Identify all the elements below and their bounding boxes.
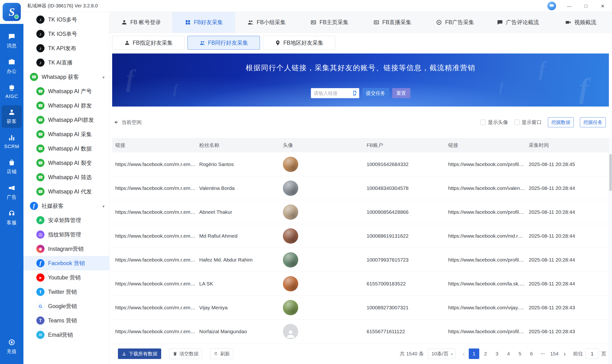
checkbox-icon[interactable]	[480, 120, 486, 125]
fan-name-cell: Norfaizal Mangundao	[196, 329, 280, 334]
scrollbar-thumb[interactable]	[609, 154, 612, 191]
sidebar-item[interactable]: 安卓矩阵管理	[23, 213, 109, 227]
sidebar-item[interactable]: TK IOS单号	[23, 27, 109, 41]
pagination: 1 2 3 4 5 6	[460, 349, 569, 359]
show-window-checkbox[interactable]: 显示窗口	[514, 119, 542, 126]
page-button[interactable]: 1	[469, 349, 479, 359]
rail-item[interactable]: SCRM	[2, 131, 22, 152]
refresh-button[interactable]: 刷新	[210, 349, 233, 359]
page-button[interactable]: 6	[526, 349, 537, 359]
close-button[interactable]	[599, 3, 606, 9]
goto-page: 前往 页	[573, 349, 606, 359]
download-all-button[interactable]: 下载所有数据	[118, 349, 161, 359]
paste-icon[interactable]	[352, 90, 357, 96]
sidebar-item[interactable]: Instagram营销	[23, 242, 109, 256]
tab[interactable]: FB直播采集	[361, 12, 424, 33]
user-avatar[interactable]	[547, 2, 556, 10]
sidebar-item[interactable]: Google营销	[23, 299, 109, 313]
rail-item[interactable]: 办公	[2, 55, 22, 78]
table-row[interactable]: https://www.facebook.com/m.r.emo... Vale…	[112, 176, 609, 200]
table-row[interactable]: https://www.facebook.com/m.r.emo... Vija…	[112, 296, 609, 320]
scrollbar[interactable]	[609, 138, 612, 364]
sidebar-item[interactable]: 社媒获客	[23, 199, 109, 213]
sidebar-item[interactable]: TK API发布	[23, 41, 109, 55]
chevron-down-icon	[451, 351, 453, 357]
sidebar-item[interactable]: Twitter 营销	[23, 285, 109, 299]
tab[interactable]: FB好友采集	[172, 12, 235, 33]
sidebar-item[interactable]: Whatsapp AI 数据	[23, 141, 109, 156]
page-button[interactable]: 5	[515, 349, 525, 359]
sidebar-item[interactable]: Whatsapp AI 裂变	[23, 156, 109, 170]
tab[interactable]: FB主页采集	[298, 12, 361, 33]
sidebar-item[interactable]: Whatsapp AI 采集	[23, 127, 109, 141]
submit-task-button[interactable]: 提交任务	[362, 88, 389, 98]
fb-account-cell: 100088619131622	[363, 233, 445, 239]
banner: 根据同行个人链接，采集其好友的账号、链接等信息，截流精准营销 提交任务 重置	[112, 53, 609, 106]
prev-page-button[interactable]	[460, 350, 468, 357]
column-header: FB账户	[363, 142, 445, 149]
sidebar-item[interactable]: TK IOS多号	[23, 13, 109, 27]
tiktok-icon	[36, 44, 44, 52]
table-row[interactable]: https://www.facebook.com/m.r.emo... Rogé…	[112, 152, 609, 176]
maximize-button[interactable]	[582, 3, 589, 9]
tab[interactable]: FB小组采集	[235, 12, 298, 33]
mine-task-button[interactable]: 挖掘任务	[580, 117, 606, 127]
sidebar-item[interactable]: Whatsapp AI 产号	[23, 84, 109, 98]
rail-item[interactable]: 充值	[2, 335, 22, 358]
sidebar-item[interactable]: Email营销	[23, 328, 109, 342]
sidebar-item[interactable]: Whatsapp AI 筛选	[23, 170, 109, 184]
rail-item[interactable]: 客服	[2, 207, 22, 229]
subtab[interactable]: FB指定好友采集	[112, 36, 185, 50]
sidebar-item[interactable]: Whatsapp AI 群发	[23, 98, 109, 113]
sidebar-item[interactable]: Whatsapp 获客	[23, 70, 109, 84]
tab[interactable]: 广告评论截流	[487, 12, 549, 33]
checkbox-icon[interactable]	[514, 120, 519, 125]
page-button[interactable]: •••	[538, 349, 548, 359]
table-row[interactable]: https://www.facebook.com/m.r.emo... Norf…	[112, 320, 609, 343]
avatar-cell	[280, 228, 363, 244]
table-row[interactable]: https://www.facebook.com/m.r.emo... LA S…	[112, 272, 609, 296]
table-row[interactable]: https://www.facebook.com/m.r.emo... Abne…	[112, 200, 609, 224]
collect-time-cell: 2025-08-11 20:28:43	[526, 329, 609, 334]
sidebar: TK IOS多号 TK IOS单号 TK API发布	[23, 12, 110, 364]
sidebar-item[interactable]: Youtube 营销	[23, 270, 109, 285]
reset-button[interactable]: 重置	[392, 88, 410, 98]
column-header: 链接	[445, 142, 526, 149]
page-button[interactable]: 2	[480, 349, 491, 359]
subtab[interactable]: FB同行好友采集	[187, 36, 260, 50]
minimize-button[interactable]	[566, 3, 573, 9]
fan-avatar	[283, 300, 298, 315]
subtab[interactable]: FB地区好友采集	[263, 36, 335, 50]
titlebar: 私域神器 (ID-386176) Ver 3.2.8.0	[23, 0, 612, 12]
page-button[interactable]: 154	[549, 349, 560, 359]
mine-data-button[interactable]: 挖掘数据	[548, 117, 574, 127]
tab[interactable]: FB 帐号登录	[110, 12, 172, 33]
sidebar-item[interactable]: Teams 营销	[23, 313, 109, 328]
tab[interactable]: 视频截流	[549, 12, 612, 33]
service-icon	[8, 210, 15, 217]
collect-time-cell: 2025-08-11 20:28:44	[526, 257, 609, 263]
page-size-select[interactable]: 10条/页	[428, 349, 455, 359]
page-button[interactable]: 3	[492, 349, 502, 359]
next-page-button[interactable]	[561, 350, 569, 357]
rail-item[interactable]: 广告	[2, 181, 22, 204]
sidebar-item[interactable]: Whatsapp API群发	[23, 113, 109, 127]
sidebar-item[interactable]: Facebook 营销	[23, 256, 109, 270]
table-row[interactable]: https://www.facebook.com/m.r.emo... Md R…	[112, 224, 609, 248]
rail-item[interactable]: 获客	[2, 105, 22, 128]
rail-item[interactable]: 消息	[2, 30, 22, 52]
table-row[interactable]: https://www.facebook.com/m.r.emo... Hafe…	[112, 248, 609, 272]
avatar-cell	[280, 181, 363, 196]
link-input[interactable]	[314, 91, 350, 96]
sidebar-item[interactable]: TK AI直播	[23, 55, 109, 70]
goto-page-input[interactable]	[585, 349, 599, 359]
sidebar-item[interactable]: 指纹矩阵管理	[23, 227, 109, 242]
rail-item[interactable]: AIGC	[2, 81, 22, 102]
rail-item[interactable]: 店铺	[2, 156, 22, 178]
fan-avatar	[283, 276, 298, 291]
sidebar-item[interactable]: Whatsapp AI 代发	[23, 184, 109, 199]
clear-data-button[interactable]: 清空数据	[169, 349, 202, 359]
show-avatar-checkbox[interactable]: 显示头像	[480, 119, 508, 126]
page-button[interactable]: 4	[503, 349, 514, 359]
tab[interactable]: FB广告采集	[424, 12, 487, 33]
